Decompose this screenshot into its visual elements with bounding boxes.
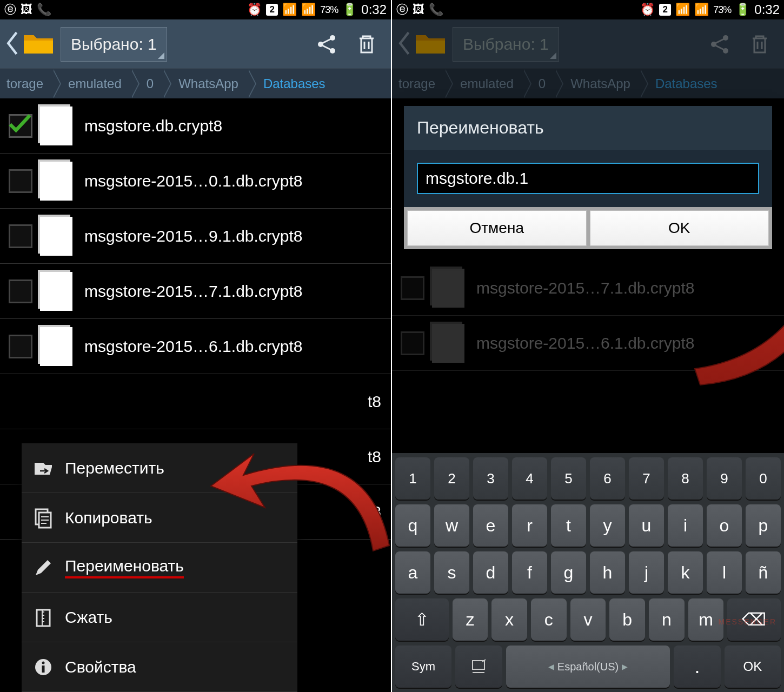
key-j[interactable]: j xyxy=(629,551,664,594)
selection-count[interactable]: Выбрано: 1 xyxy=(453,27,559,62)
key-8[interactable]: 8 xyxy=(668,457,703,500)
file-name: msgstore-2015…6.1.db.crypt8 xyxy=(476,334,695,352)
key-b[interactable]: b xyxy=(609,598,645,641)
checkbox[interactable] xyxy=(9,169,32,193)
key-z[interactable]: z xyxy=(453,598,488,641)
key-5[interactable]: 5 xyxy=(551,457,586,500)
svg-rect-8 xyxy=(42,666,45,673)
key-4[interactable]: 4 xyxy=(512,457,547,500)
key-ok[interactable]: OK xyxy=(725,646,781,688)
key-0[interactable]: 0 xyxy=(746,457,781,500)
breadcrumb-item[interactable]: torage xyxy=(392,69,445,98)
key-1[interactable]: 1 xyxy=(395,457,430,500)
key-sym[interactable]: Sym xyxy=(395,646,451,688)
breadcrumb-item[interactable]: emulated xyxy=(53,69,131,98)
file-row[interactable]: msgstore-2015…0.1.db.crypt8 xyxy=(0,154,391,209)
dialog-ok-button[interactable]: OK xyxy=(590,210,769,246)
space-label: Español(US) xyxy=(557,661,619,673)
breadcrumb-item[interactable]: WhatsApp xyxy=(163,69,248,98)
rename-input[interactable] xyxy=(417,163,759,194)
key-enye[interactable]: ñ xyxy=(746,551,781,594)
selection-count[interactable]: Выбрано: 1 xyxy=(61,27,167,62)
ctx-label: Копировать xyxy=(65,509,152,527)
key-q[interactable]: q xyxy=(395,504,430,547)
key-d[interactable]: d xyxy=(473,551,508,594)
checkbox-checked[interactable] xyxy=(9,114,32,138)
watermark: MESSENGER xyxy=(719,617,776,626)
breadcrumb-item-active[interactable]: Databases xyxy=(248,69,335,98)
ctx-item-move[interactable]: Переместить xyxy=(22,443,297,493)
key-w[interactable]: w xyxy=(434,504,469,547)
key-shift[interactable]: ⇧ xyxy=(395,598,449,641)
back-button[interactable] xyxy=(397,31,413,57)
key-dot[interactable]: . xyxy=(674,646,721,688)
ctx-item-properties[interactable]: Свойства xyxy=(22,642,297,692)
checkbox[interactable] xyxy=(9,224,32,248)
delete-button[interactable] xyxy=(741,25,779,63)
key-g[interactable]: g xyxy=(551,551,586,594)
folder-icon xyxy=(23,31,54,58)
key-input-method[interactable] xyxy=(455,646,502,688)
keyboard-row-1: q w e r t y u i o p xyxy=(395,504,781,547)
key-e[interactable]: e xyxy=(473,504,508,547)
checkbox[interactable] xyxy=(9,335,32,358)
key-a[interactable]: a xyxy=(395,551,430,594)
key-n[interactable]: n xyxy=(649,598,685,641)
breadcrumb-item[interactable]: emulated xyxy=(445,69,523,98)
ctx-item-compress[interactable]: Сжать xyxy=(22,593,297,642)
file-row[interactable]: t8 xyxy=(0,374,391,429)
checkbox[interactable] xyxy=(9,280,32,303)
dialog-cancel-button[interactable]: Отмена xyxy=(407,210,587,246)
clock: 0:32 xyxy=(361,2,387,17)
keyboard: 1 2 3 4 5 6 7 8 9 0 q w e r t y u i o xyxy=(392,453,784,692)
file-icon xyxy=(432,269,464,308)
key-space[interactable]: ◀Español(US)▶ xyxy=(506,646,670,688)
delete-button[interactable] xyxy=(348,25,386,63)
key-v[interactable]: v xyxy=(570,598,606,641)
key-t[interactable]: t xyxy=(551,504,586,547)
key-u[interactable]: u xyxy=(629,504,664,547)
key-c[interactable]: c xyxy=(531,598,567,641)
key-h[interactable]: h xyxy=(590,551,625,594)
key-l[interactable]: l xyxy=(707,551,742,594)
key-9[interactable]: 9 xyxy=(707,457,742,500)
file-row[interactable]: msgstore-2015…9.1.db.crypt8 xyxy=(0,209,391,264)
checkbox[interactable] xyxy=(401,331,424,355)
key-y[interactable]: y xyxy=(590,504,625,547)
key-k[interactable]: k xyxy=(668,551,703,594)
key-s[interactable]: s xyxy=(434,551,469,594)
key-6[interactable]: 6 xyxy=(590,457,625,500)
key-r[interactable]: r xyxy=(512,504,547,547)
checkbox[interactable] xyxy=(401,276,424,300)
file-row[interactable]: msgstore-2015…6.1.db.crypt8 xyxy=(0,319,391,374)
key-2[interactable]: 2 xyxy=(434,457,469,500)
key-p[interactable]: p xyxy=(746,504,781,547)
status-bar: ⓔ 🖼 📞 ⏰ 2 📶 📶 73% 🔋 0:32 xyxy=(392,0,784,19)
file-row[interactable]: msgstore-2015…7.1.db.crypt8 xyxy=(392,261,784,316)
key-x[interactable]: x xyxy=(491,598,527,641)
share-button[interactable] xyxy=(701,25,739,63)
file-icon xyxy=(40,327,72,366)
file-row[interactable]: msgstore-2015…7.1.db.crypt8 xyxy=(0,264,391,319)
signal-icon: 📶 xyxy=(282,3,297,17)
breadcrumb-item-active[interactable]: Databases xyxy=(640,69,727,98)
dialog-title: Переименовать xyxy=(404,106,772,150)
key-i[interactable]: i xyxy=(668,504,703,547)
breadcrumb-item[interactable]: WhatsApp xyxy=(555,69,640,98)
breadcrumb-item[interactable]: torage xyxy=(0,69,53,98)
key-f[interactable]: f xyxy=(512,551,547,594)
breadcrumb: torage emulated 0 WhatsApp Databases xyxy=(392,69,784,98)
back-button[interactable] xyxy=(5,31,21,57)
key-o[interactable]: o xyxy=(707,504,742,547)
file-name: msgstore-2015…7.1.db.crypt8 xyxy=(476,279,695,297)
key-7[interactable]: 7 xyxy=(629,457,664,500)
key-3[interactable]: 3 xyxy=(473,457,508,500)
file-row[interactable]: msgstore.db.crypt8 xyxy=(0,98,391,154)
ctx-item-rename[interactable]: Переименовать xyxy=(22,543,297,593)
alarm-icon: ⏰ xyxy=(640,3,655,17)
share-button[interactable] xyxy=(308,25,346,63)
ctx-item-copy[interactable]: Копировать xyxy=(22,493,297,543)
rename-dialog: Переименовать Отмена OK xyxy=(404,106,772,249)
file-row[interactable]: msgstore-2015…6.1.db.crypt8 xyxy=(392,316,784,371)
screenshot-left: ⓔ 🖼 📞 ⏰ 2 📶 📶 73% 🔋 0:32 В xyxy=(0,0,392,692)
